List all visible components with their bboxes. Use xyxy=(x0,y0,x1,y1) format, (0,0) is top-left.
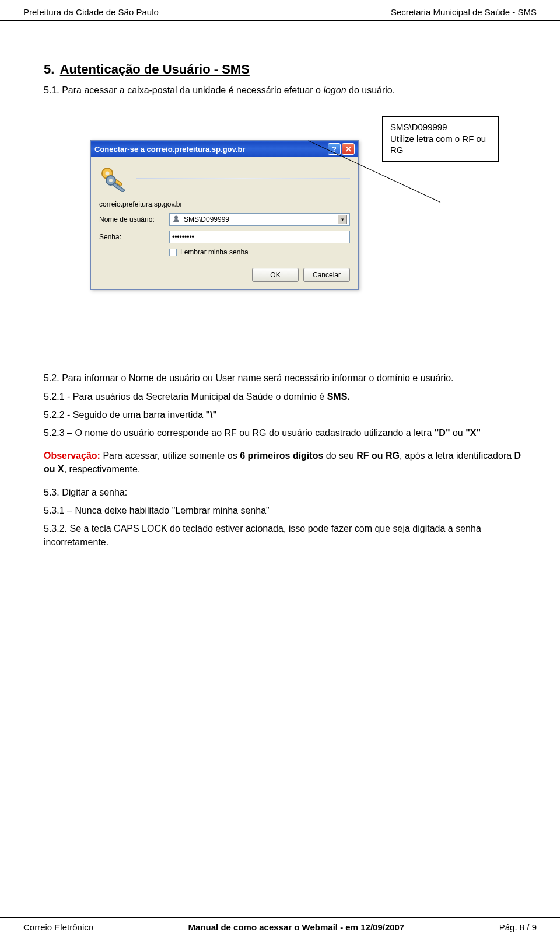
backslash-bold: "\" xyxy=(206,410,218,420)
password-row: Senha: ••••••••• xyxy=(99,231,350,243)
header-right: Secretaria Municipal de Saúde - SMS xyxy=(391,7,537,17)
username-field[interactable]: SMS\D099999 ▾ xyxy=(169,213,350,226)
password-field[interactable]: ••••••••• xyxy=(169,231,350,243)
p51-italic: logon xyxy=(323,85,346,95)
dialog-buttons: OK Cancelar xyxy=(99,268,350,282)
paragraph-5-2-1: 5.2.1 - Para usuários da Secretaria Muni… xyxy=(44,390,525,403)
cancel-button[interactable]: Cancelar xyxy=(303,268,350,282)
sms-bold: SMS. xyxy=(327,392,350,402)
callout-line1: SMS\D099999 xyxy=(390,121,491,133)
dialog-area: SMS\D099999 Utilize letra com o RF ou RG… xyxy=(90,120,510,342)
titlebar-buttons: ? ✕ xyxy=(328,143,355,155)
remember-checkbox[interactable] xyxy=(169,249,177,256)
paragraph-5-3-1: 5.3.1 – Nunca deixe habilitado "Lembrar … xyxy=(44,504,525,517)
section-heading: 5. Autenticação de Usuário - SMS xyxy=(44,62,525,77)
dropdown-arrow-icon[interactable]: ▾ xyxy=(338,215,347,224)
svg-point-6 xyxy=(174,215,178,219)
page-footer: Correio Eletrônico Manual de como acessa… xyxy=(0,917,560,945)
footer-right: Pág. 8 / 9 xyxy=(499,922,537,932)
dialog-header-row xyxy=(99,165,350,192)
p51-prefix: 5.1. Para acessar a caixa-postal da unid… xyxy=(44,85,323,95)
p51-suffix: do usuário. xyxy=(346,85,396,95)
callout-line2: Utilize letra com o RF ou RG xyxy=(390,133,491,156)
content: 5. Autenticação de Usuário - SMS 5.1. Pa… xyxy=(0,21,560,549)
page-header: Prefeitura da Cidade de São Paulo Secret… xyxy=(0,0,560,21)
observation-label: Observação: xyxy=(44,451,100,461)
paragraph-5-3: 5.3. Digitar a senha: xyxy=(44,486,525,499)
keys-icon xyxy=(99,165,130,192)
password-value: ••••••••• xyxy=(172,233,194,241)
server-name: correio.prefeitura.sp.gov.br xyxy=(99,200,350,208)
paragraph-5-1: 5.1. Para acessar a caixa-postal da unid… xyxy=(44,84,525,97)
svg-point-1 xyxy=(106,172,110,176)
password-label: Senha: xyxy=(99,233,169,241)
close-button[interactable]: ✕ xyxy=(342,143,355,155)
observation: Observação: Para acessar, utilize soment… xyxy=(44,449,525,476)
section-title: Autenticação de Usuário - SMS xyxy=(60,62,250,76)
svg-point-4 xyxy=(109,179,113,182)
section-number: 5. xyxy=(44,62,54,76)
remember-row: Lembrar minha senha xyxy=(169,248,350,256)
dialog-titlebar: Conectar-se a correio.prefeitura.sp.gov.… xyxy=(91,141,358,157)
username-label: Nome de usuário: xyxy=(99,215,169,224)
paragraph-5-2-2: 5.2.2 - Seguido de uma barra invertida "… xyxy=(44,408,525,421)
body-text: 5.2. Para informar o Nome de usuário ou … xyxy=(44,371,525,549)
paragraph-5-2-3: 5.2.3 – O nome do usuário corresponde ao… xyxy=(44,426,525,440)
separator-line xyxy=(136,178,350,179)
callout-box: SMS\D099999 Utilize letra com o RF ou RG xyxy=(382,116,499,162)
footer-center: Manual de como acessar o Webmail - em 12… xyxy=(188,922,405,932)
footer-left: Correio Eletrônico xyxy=(23,922,93,932)
user-icon xyxy=(172,215,180,225)
login-dialog: Conectar-se a correio.prefeitura.sp.gov.… xyxy=(90,140,359,290)
dialog-title: Conectar-se a correio.prefeitura.sp.gov.… xyxy=(94,145,245,154)
header-left: Prefeitura da Cidade de São Paulo xyxy=(23,7,159,17)
dialog-body: correio.prefeitura.sp.gov.br Nome de usu… xyxy=(91,157,358,289)
username-value: SMS\D099999 xyxy=(184,215,229,224)
username-row: Nome de usuário: SMS\D099999 ▾ xyxy=(99,213,350,226)
paragraph-5-3-2: 5.3.2. Se a tecla CAPS LOCK do teclado e… xyxy=(44,522,525,549)
ok-button[interactable]: OK xyxy=(252,268,299,282)
paragraph-5-2: 5.2. Para informar o Nome de usuário ou … xyxy=(44,371,525,385)
remember-label: Lembrar minha senha xyxy=(180,248,249,256)
